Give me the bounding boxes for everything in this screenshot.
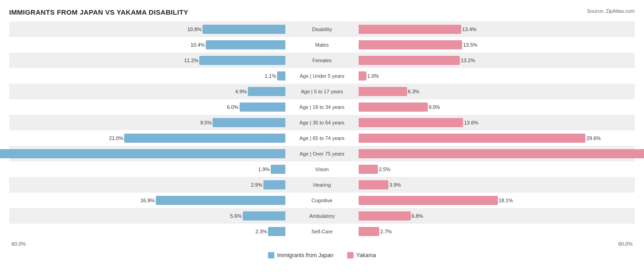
row-rhs: 29.6% xyxy=(359,130,635,146)
chart-row: 2.9% Hearing 3.9% xyxy=(9,177,635,193)
value-left: 2.3% xyxy=(256,229,267,234)
value-right: 2.5% xyxy=(379,167,390,172)
bar-left xyxy=(277,71,285,81)
value-right: 13.6% xyxy=(464,120,478,125)
bar-left xyxy=(240,102,286,112)
row-rhs: 13.6% xyxy=(359,115,635,130)
value-right: 3.9% xyxy=(389,182,401,188)
value-left: 10.4% xyxy=(191,42,205,48)
axis-right: 60.0% xyxy=(359,241,635,247)
row-lhs: 2.3% xyxy=(9,224,285,239)
row-lhs: 1.1% xyxy=(9,68,285,84)
value-left: 2.9% xyxy=(251,182,262,188)
bar-left xyxy=(268,227,285,236)
row-rhs: 13.2% xyxy=(359,53,635,68)
bar-right xyxy=(359,211,411,221)
value-right: 6.3% xyxy=(408,89,420,94)
value-right: 18.1% xyxy=(499,198,513,203)
bar-right xyxy=(359,25,461,34)
row-rhs: 2.5% xyxy=(359,162,635,177)
row-lhs: 1.9% xyxy=(9,162,285,177)
chart-row: 21.0% Age | 65 to 74 years 29.6% xyxy=(9,130,635,146)
legend: Immigrants from Japan Yakama xyxy=(9,252,635,258)
row-label: Males xyxy=(285,42,359,48)
legend-item-left: Immigrants from Japan xyxy=(268,252,333,258)
row-lhs: 2.9% xyxy=(9,177,285,193)
bar-right xyxy=(359,149,644,158)
row-lhs: 21.0% xyxy=(9,130,285,146)
legend-label-right: Yakama xyxy=(356,252,376,258)
bar-right xyxy=(359,134,585,143)
legend-icon-blue xyxy=(268,252,274,258)
chart-row: 16.9% Cognitive 18.1% xyxy=(9,193,635,208)
chart-row: 10.8% Disability 13.4% xyxy=(9,22,635,37)
value-right: 29.6% xyxy=(586,135,600,141)
value-left: 16.9% xyxy=(140,198,154,203)
row-lhs: 16.9% xyxy=(9,193,285,208)
row-lhs: 11.2% xyxy=(9,53,285,68)
bar-right xyxy=(359,40,462,49)
row-label: Self-Care xyxy=(285,229,359,234)
chart-row: 2.3% Self-Care 2.7% xyxy=(9,224,635,239)
value-right: 13.4% xyxy=(462,27,476,32)
row-rhs: 6.8% xyxy=(359,208,635,224)
bar-left xyxy=(248,87,285,96)
bar-right xyxy=(359,118,463,127)
row-label: Age | 5 to 17 years xyxy=(285,89,359,94)
bar-left xyxy=(202,25,285,34)
row-label: Vision xyxy=(285,167,359,172)
value-left: 9.5% xyxy=(200,120,212,125)
row-lhs: 10.8% xyxy=(9,22,285,37)
row-lhs: 5.6% xyxy=(9,208,285,224)
row-rhs: 9.0% xyxy=(359,99,635,115)
bar-right xyxy=(359,165,378,174)
row-lhs: 6.0% xyxy=(9,99,285,115)
bar-right xyxy=(359,196,498,205)
axis-left: 60.0% xyxy=(9,241,285,247)
chart-source: Source: ZipAtlas.com xyxy=(587,8,635,14)
row-label: Hearing xyxy=(285,182,359,188)
bar-left xyxy=(243,211,285,221)
chart-row: 9.5% Age | 35 to 64 years 13.6% xyxy=(9,115,635,130)
row-rhs: 6.3% xyxy=(359,84,635,99)
value-right: 2.7% xyxy=(380,229,392,234)
row-label: Ambulatory xyxy=(285,213,359,219)
row-rhs: 51.3% xyxy=(359,146,635,162)
value-right: 13.5% xyxy=(463,42,477,48)
row-lhs: 46.3% xyxy=(9,146,285,162)
axis-line: 60.0% 60.0% xyxy=(9,239,635,248)
value-left: 1.9% xyxy=(258,167,270,172)
bar-right xyxy=(359,102,428,112)
chart-row: 10.4% Males 13.5% xyxy=(9,37,635,53)
bar-right xyxy=(359,227,379,236)
chart-row: 1.1% Age | Under 5 years 1.0% xyxy=(9,68,635,84)
legend-item-right: Yakama xyxy=(347,252,376,258)
row-label: Disability xyxy=(285,27,359,32)
value-right: 1.0% xyxy=(367,73,379,79)
value-right: 6.8% xyxy=(412,213,423,219)
row-label: Age | Under 5 years xyxy=(285,73,359,79)
chart-row: 1.9% Vision 2.5% xyxy=(9,162,635,177)
bar-left xyxy=(206,40,285,49)
row-lhs: 4.9% xyxy=(9,84,285,99)
row-rhs: 1.0% xyxy=(359,68,635,84)
row-label: Females xyxy=(285,58,359,63)
bar-left xyxy=(156,196,285,205)
value-left: 11.2% xyxy=(184,58,198,63)
row-rhs: 2.7% xyxy=(359,224,635,239)
legend-icon-pink xyxy=(347,252,354,258)
row-lhs: 9.5% xyxy=(9,115,285,130)
chart-row: 5.6% Ambulatory 6.8% xyxy=(9,208,635,224)
row-rhs: 13.4% xyxy=(359,22,635,37)
row-rhs: 13.5% xyxy=(359,37,635,53)
bar-left xyxy=(271,165,285,174)
value-left: 10.8% xyxy=(187,27,202,32)
value-right: 9.0% xyxy=(429,104,440,110)
bar-right xyxy=(359,56,460,65)
row-label: Age | 18 to 34 years xyxy=(285,104,359,110)
bar-left xyxy=(0,149,285,158)
row-label: Age | 35 to 64 years xyxy=(285,120,359,125)
value-left: 1.1% xyxy=(265,73,276,79)
row-label: Age | Over 75 years xyxy=(285,151,359,156)
chart-title: IMMIGRANTS FROM JAPAN VS YAKAMA DISABILI… xyxy=(9,8,188,16)
